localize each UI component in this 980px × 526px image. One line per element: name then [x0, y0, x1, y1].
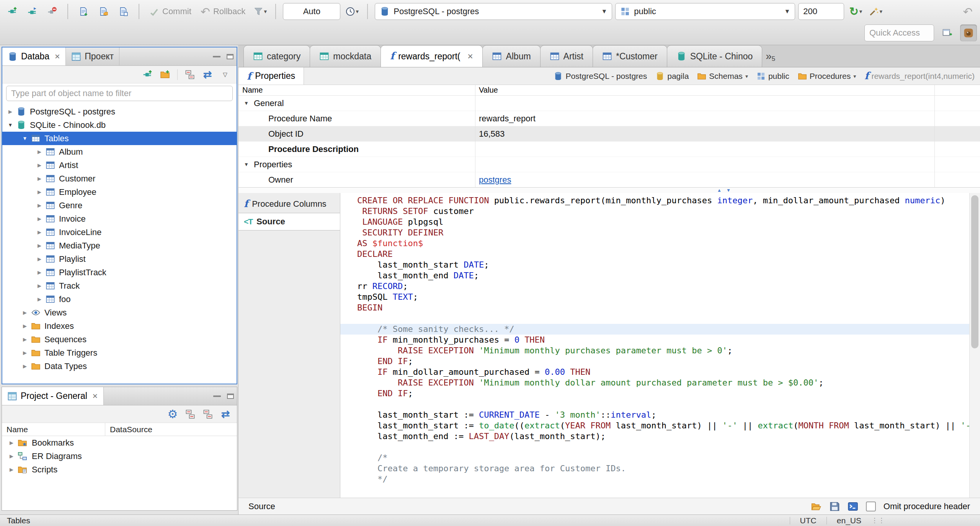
- disconnect-icon[interactable]: [44, 3, 60, 20]
- editor-tab-sqlite-chinoo[interactable]: SQLite - Chinoo: [667, 45, 763, 67]
- tree-item-track[interactable]: ▶Track: [2, 279, 237, 292]
- tree-item-postgresql-postgres[interactable]: ▶PostgreSQL - postgres: [2, 105, 237, 118]
- dbeaver-perspective-button[interactable]: [960, 25, 977, 41]
- new-connection-icon[interactable]: [4, 3, 21, 20]
- expand-arrow[interactable]: ▶: [5, 109, 15, 114]
- tree-item-sequences[interactable]: ▶Sequences: [2, 333, 237, 346]
- collapse-all-button[interactable]: [183, 68, 197, 82]
- tree-item-invoice[interactable]: ▶Invoice: [2, 212, 237, 225]
- tree-item-tables[interactable]: ▼Tables: [2, 132, 237, 145]
- breadcrumb-item-pagila[interactable]: pagila: [655, 72, 689, 81]
- collapse-all-button[interactable]: [183, 407, 197, 421]
- commit-mode-combo[interactable]: Auto: [283, 3, 340, 20]
- tree-item-table-triggers[interactable]: ▶Table Triggers: [2, 346, 237, 359]
- property-row-object-id[interactable]: Object ID16,583: [238, 126, 980, 142]
- link-with-editor-button[interactable]: ⇄: [201, 68, 214, 82]
- expand-arrow[interactable]: ▶: [34, 243, 44, 248]
- view-menu-button[interactable]: ▽: [218, 68, 232, 82]
- editor-tab-category[interactable]: category: [243, 45, 310, 67]
- fetch-size-input[interactable]: [798, 3, 844, 20]
- tree-item-customer[interactable]: ▶Customer: [2, 172, 237, 185]
- minimize-view-button[interactable]: [213, 56, 220, 57]
- tree-item-employee[interactable]: ▶Employee: [2, 185, 237, 199]
- property-row-owner[interactable]: Ownerpostgres: [238, 172, 980, 188]
- expand-arrow[interactable]: ▶: [34, 256, 44, 262]
- new-connection-button[interactable]: [140, 68, 154, 82]
- expand-arrow[interactable]: ▶: [20, 350, 30, 356]
- expand-arrow[interactable]: ▶: [7, 453, 16, 459]
- project-item-bookmarks[interactable]: ▶Bookmarks: [2, 436, 237, 449]
- expand-arrow[interactable]: ▼: [5, 122, 15, 128]
- tab-database-navigator[interactable]: Databa ✕: [2, 47, 66, 65]
- link-with-editor-button[interactable]: ⇄: [219, 407, 232, 421]
- connect-icon[interactable]: [24, 3, 41, 20]
- tree-item-artist[interactable]: ▶Artist: [2, 158, 237, 172]
- tree-item-indexes[interactable]: ▶Indexes: [2, 319, 237, 333]
- breadcrumb-item-schemas[interactable]: Schemas▾: [697, 72, 748, 81]
- tree-item-playlisttrack[interactable]: ▶PlaylistTrack: [2, 266, 237, 279]
- column-header-datasource[interactable]: DataSource: [105, 425, 152, 434]
- editor-tab-customer[interactable]: *Customer: [593, 45, 667, 67]
- grid-header-value[interactable]: Value: [475, 86, 498, 95]
- minimize-view-button[interactable]: [213, 395, 221, 397]
- tree-item-views[interactable]: ▶Views: [2, 306, 237, 319]
- subtab-source[interactable]: <TSource: [238, 213, 340, 230]
- expand-arrow[interactable]: ▶: [34, 283, 44, 289]
- property-value[interactable]: postgres: [475, 175, 511, 185]
- column-header-name[interactable]: Name: [2, 423, 105, 436]
- tree-item-mediatype[interactable]: ▶MediaType: [2, 239, 237, 252]
- editor-tab-mockdata[interactable]: mockdata: [310, 45, 381, 67]
- splitter-sash[interactable]: ▲ ▼: [238, 188, 980, 193]
- expand-arrow[interactable]: ▶: [34, 189, 44, 195]
- grid-header-name[interactable]: Name: [238, 86, 475, 95]
- close-icon[interactable]: ✕: [54, 52, 60, 61]
- timezone-label[interactable]: UTC: [800, 516, 817, 525]
- tab-project-general[interactable]: Project - General ✕: [2, 387, 104, 405]
- tree-item-sqlite-chinook-db[interactable]: ▼SQLite - Chinook.db: [2, 118, 237, 132]
- expand-arrow[interactable]: ▼: [244, 162, 254, 167]
- tab-properties[interactable]: f Properties: [238, 67, 304, 85]
- rollback-button[interactable]: ↶ Rollback: [198, 5, 249, 18]
- new-sql-editor-icon[interactable]: [75, 3, 92, 20]
- commit-button[interactable]: Commit: [146, 7, 194, 16]
- refresh-button[interactable]: ↻▾: [847, 3, 864, 20]
- locale-label[interactable]: en_US: [837, 516, 861, 525]
- editor-tab-rewards-report[interactable]: frewards_report(✕: [381, 45, 483, 67]
- tree-item-data-types[interactable]: ▶Data Types: [2, 359, 237, 373]
- sash-collapse-down-icon[interactable]: ▼: [726, 188, 731, 193]
- expand-arrow[interactable]: ▶: [34, 270, 44, 275]
- expand-all-button[interactable]: [201, 407, 215, 421]
- settings-gear-button[interactable]: ⚙: [166, 407, 180, 421]
- maximize-view-button[interactable]: [227, 394, 234, 399]
- expand-arrow[interactable]: ▶: [7, 440, 16, 446]
- expand-arrow[interactable]: ▶: [34, 149, 44, 155]
- open-perspective-button[interactable]: [939, 25, 956, 41]
- property-row-general[interactable]: ▼General: [238, 96, 980, 111]
- project-item-er-diagrams[interactable]: ▶ER Diagrams: [2, 449, 237, 463]
- project-item-scripts[interactable]: ▶Scripts: [2, 463, 237, 476]
- tree-item-invoiceline[interactable]: ▶InvoiceLine: [2, 225, 237, 239]
- transaction-timeout-button[interactable]: ▾: [343, 3, 360, 20]
- breadcrumb-item-rewards-report-int4-numeric[interactable]: frewards_report(int4,numeric): [864, 71, 975, 81]
- undo-button[interactable]: ↶: [959, 3, 976, 20]
- tab-projects[interactable]: Проект: [66, 47, 119, 65]
- expand-arrow[interactable]: ▶: [7, 467, 16, 472]
- close-tab-icon[interactable]: ✕: [467, 52, 473, 61]
- tree-item-foo[interactable]: ▶foo: [2, 292, 237, 306]
- maximize-view-button[interactable]: [227, 54, 234, 59]
- magic-wand-button[interactable]: ▾: [867, 3, 884, 20]
- expand-arrow[interactable]: ▶: [20, 310, 30, 315]
- breadcrumb-item-postgresql-postgres[interactable]: PostgreSQL - postgres: [554, 72, 647, 81]
- sash-collapse-up-icon[interactable]: ▲: [717, 188, 722, 193]
- property-row-procedure-name[interactable]: Procedure Namerewards_report: [238, 111, 980, 126]
- editor-tab-album[interactable]: Album: [482, 45, 540, 67]
- tab-overflow-chevron[interactable]: »5: [766, 45, 775, 67]
- new-folder-button[interactable]: [158, 68, 172, 82]
- property-row-procedure-description[interactable]: Procedure Description: [238, 142, 980, 157]
- copy-sql-editor-icon[interactable]: [115, 3, 132, 20]
- source-code[interactable]: CREATE OR REPLACE FUNCTION public.reward…: [340, 193, 969, 498]
- expand-arrow[interactable]: ▼: [20, 136, 30, 141]
- breadcrumb-item-procedures[interactable]: Procedures▾: [798, 72, 856, 81]
- subtab-procedure-columns[interactable]: fProcedure Columns: [238, 195, 340, 213]
- quick-access-input[interactable]: [864, 25, 934, 41]
